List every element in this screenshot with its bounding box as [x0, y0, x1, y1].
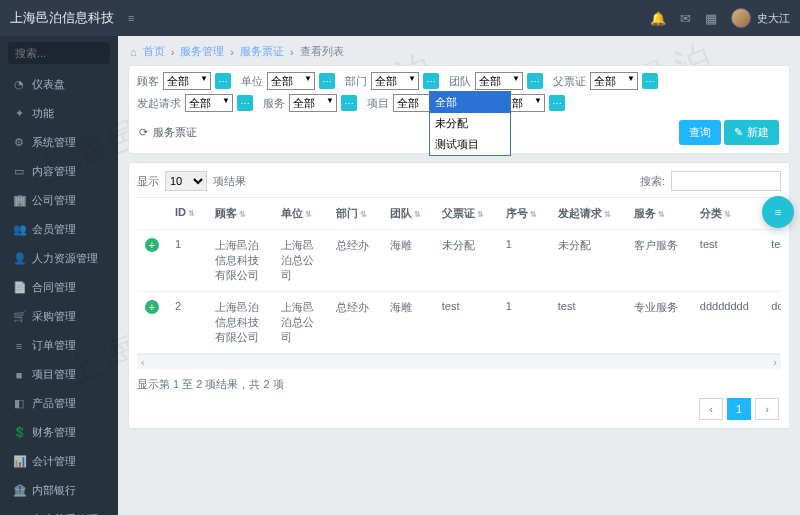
menu-toggle-icon[interactable]: ≡: [128, 12, 134, 24]
filter-select[interactable]: 全部: [267, 72, 315, 90]
filter-more-button[interactable]: ⋯: [237, 95, 253, 111]
sidebar-item[interactable]: 🏢公司管理: [0, 186, 118, 215]
sidebar-item-label: 人力资源管理: [32, 251, 98, 266]
filter-select[interactable]: 全部: [590, 72, 638, 90]
sidebar-icon: ✦: [13, 107, 25, 120]
filter-select[interactable]: 全部: [475, 72, 523, 90]
sidebar-item[interactable]: 💲财务管理: [0, 418, 118, 447]
column-header[interactable]: 单位: [273, 198, 328, 230]
cell-team: 海雕: [382, 230, 434, 292]
filter-select[interactable]: 全部: [163, 72, 211, 90]
cell-unit: 上海邑泊总公司: [273, 292, 328, 354]
avatar[interactable]: [731, 8, 751, 28]
expand-row-button[interactable]: +: [145, 300, 159, 314]
cell-dept: 总经办: [328, 230, 382, 292]
mail-icon[interactable]: ✉: [680, 11, 691, 26]
floating-action-button[interactable]: ≡: [762, 196, 794, 228]
horizontal-scrollbar[interactable]: ‹›: [137, 355, 781, 369]
show-label: 显示: [137, 174, 159, 189]
cell-title: test: [763, 230, 781, 292]
column-header[interactable]: ID: [167, 198, 207, 230]
filter-more-button[interactable]: ⋯: [642, 73, 658, 89]
dropdown-option[interactable]: 测试项目: [430, 134, 510, 155]
column-header[interactable]: 团队: [382, 198, 434, 230]
sidebar-icon: ▭: [13, 165, 25, 178]
sidebar-icon: 👤: [13, 252, 25, 265]
column-header[interactable]: 顾客: [207, 198, 273, 230]
filter-select[interactable]: 全部: [289, 94, 337, 112]
breadcrumb-link[interactable]: 服务管理: [180, 44, 224, 59]
bell-icon[interactable]: 🔔: [650, 11, 666, 26]
page-prev[interactable]: ‹: [699, 398, 723, 420]
filter-select[interactable]: 全部: [371, 72, 419, 90]
username[interactable]: 史大江: [757, 11, 790, 26]
sidebar-item[interactable]: ≡订单管理: [0, 331, 118, 360]
query-button[interactable]: 查询: [679, 120, 721, 145]
cell-seq: 1: [498, 292, 550, 354]
filter-more-button[interactable]: ⋯: [549, 95, 565, 111]
page-current[interactable]: 1: [727, 398, 751, 420]
column-header[interactable]: 部门: [328, 198, 382, 230]
sidebar-icon: 📄: [13, 281, 25, 294]
sidebar-item[interactable]: 👤人力资源管理: [0, 244, 118, 273]
filter-label: 团队: [449, 74, 471, 89]
project-dropdown-panel: 全部 未分配 测试项目: [429, 91, 511, 156]
breadcrumb-link[interactable]: 首页: [143, 44, 165, 59]
filter-more-button[interactable]: ⋯: [319, 73, 335, 89]
table-search-input[interactable]: [671, 171, 781, 191]
dropdown-option[interactable]: 全部: [430, 92, 510, 113]
column-header[interactable]: 服务: [626, 198, 692, 230]
menu-icon: ≡: [775, 206, 781, 218]
sidebar-icon: ◔: [13, 78, 25, 91]
page-title: ⟳服务票证: [139, 125, 197, 140]
sidebar-item-label: 系统管理: [32, 135, 76, 150]
sidebar-item[interactable]: 🏦内部银行: [0, 476, 118, 505]
column-header[interactable]: 父票证: [434, 198, 498, 230]
breadcrumb-link[interactable]: 服务票证: [240, 44, 284, 59]
page-size-select[interactable]: 10: [165, 171, 207, 191]
grid-icon[interactable]: ▦: [705, 11, 717, 26]
page-next[interactable]: ›: [755, 398, 779, 420]
scroll-left-icon[interactable]: ‹: [141, 356, 145, 368]
refresh-icon[interactable]: ⟳: [139, 126, 148, 139]
sidebar-icon: 🛒: [13, 310, 25, 323]
cell-req: 未分配: [550, 230, 626, 292]
sidebar-item[interactable]: 🛒采购管理: [0, 302, 118, 331]
filter-more-button[interactable]: ⋯: [423, 73, 439, 89]
column-header[interactable]: 序号: [498, 198, 550, 230]
sidebar-item[interactable]: ◧产品管理: [0, 389, 118, 418]
dropdown-option[interactable]: 未分配: [430, 113, 510, 134]
sidebar-item-label: 仪表盘: [32, 77, 65, 92]
filter-select[interactable]: 全部: [185, 94, 233, 112]
scroll-right-icon[interactable]: ›: [773, 356, 777, 368]
sidebar-item[interactable]: ◔仪表盘: [0, 70, 118, 99]
cell-customer: 上海邑泊信息科技有限公司: [207, 230, 273, 292]
sidebar-icon: 🏦: [13, 484, 25, 497]
sidebar-item[interactable]: ⚙系统管理: [0, 128, 118, 157]
filter-more-button[interactable]: ⋯: [527, 73, 543, 89]
sidebar-item[interactable]: 📊会计管理: [0, 447, 118, 476]
cell-cat: dddddddd: [692, 292, 763, 354]
sidebar-item[interactable]: 📄合同管理: [0, 273, 118, 302]
filter-more-button[interactable]: ⋯: [215, 73, 231, 89]
sidebar-item[interactable]: ✦功能: [0, 99, 118, 128]
sidebar-item-label: 内容管理: [32, 164, 76, 179]
cell-unit: 上海邑泊总公司: [273, 230, 328, 292]
sidebar-item[interactable]: ■项目管理: [0, 360, 118, 389]
sidebar-item-label: 内部银行: [32, 483, 76, 498]
table-scroll[interactable]: ID顾客单位部门团队父票证序号发起请求服务分类标题描述 +1上海邑泊信息科技有限…: [137, 197, 781, 355]
sidebar-item[interactable]: ☎客户关系管理: [0, 505, 118, 515]
expand-row-button[interactable]: +: [145, 238, 159, 252]
sidebar-item[interactable]: 👥会员管理: [0, 215, 118, 244]
column-header[interactable]: 发起请求: [550, 198, 626, 230]
sidebar-search-input[interactable]: [8, 42, 110, 64]
column-header[interactable]: 分类: [692, 198, 763, 230]
create-button[interactable]: ✎新建: [724, 120, 779, 145]
home-icon[interactable]: ⌂: [130, 46, 137, 58]
show-suffix: 项结果: [213, 174, 246, 189]
sidebar-item-label: 公司管理: [32, 193, 76, 208]
cell-service: 客户服务: [626, 230, 692, 292]
filter-more-button[interactable]: ⋯: [341, 95, 357, 111]
sidebar-item[interactable]: ▭内容管理: [0, 157, 118, 186]
brand-title: 上海邑泊信息科技: [10, 9, 114, 27]
